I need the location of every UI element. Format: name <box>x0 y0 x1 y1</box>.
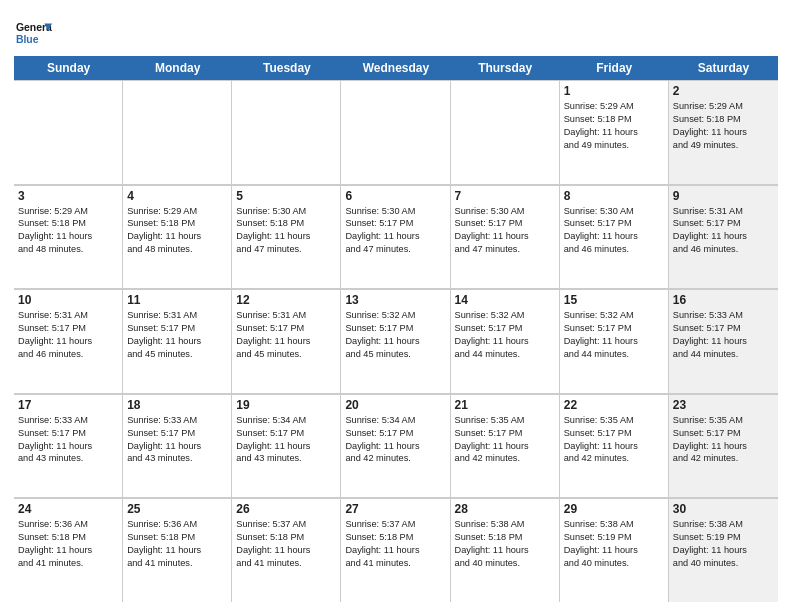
calendar-row-0: 1Sunrise: 5:29 AM Sunset: 5:18 PM Daylig… <box>14 80 778 185</box>
day-number: 1 <box>564 84 664 98</box>
day-info: Sunrise: 5:36 AM Sunset: 5:18 PM Dayligh… <box>18 518 118 570</box>
day-number: 25 <box>127 502 227 516</box>
day-cell-7: 7Sunrise: 5:30 AM Sunset: 5:17 PM Daylig… <box>451 186 560 289</box>
day-cell-29: 29Sunrise: 5:38 AM Sunset: 5:19 PM Dayli… <box>560 499 669 602</box>
day-info: Sunrise: 5:38 AM Sunset: 5:19 PM Dayligh… <box>673 518 774 570</box>
day-cell-13: 13Sunrise: 5:32 AM Sunset: 5:17 PM Dayli… <box>341 290 450 393</box>
day-number: 12 <box>236 293 336 307</box>
day-number: 7 <box>455 189 555 203</box>
day-cell-23: 23Sunrise: 5:35 AM Sunset: 5:17 PM Dayli… <box>669 395 778 498</box>
day-cell-2: 2Sunrise: 5:29 AM Sunset: 5:18 PM Daylig… <box>669 81 778 184</box>
day-info: Sunrise: 5:32 AM Sunset: 5:17 PM Dayligh… <box>564 309 664 361</box>
day-cell-10: 10Sunrise: 5:31 AM Sunset: 5:17 PM Dayli… <box>14 290 123 393</box>
weekday-header-wednesday: Wednesday <box>341 56 450 80</box>
day-number: 10 <box>18 293 118 307</box>
calendar: SundayMondayTuesdayWednesdayThursdayFrid… <box>14 56 778 602</box>
weekday-header-tuesday: Tuesday <box>232 56 341 80</box>
day-number: 8 <box>564 189 664 203</box>
day-info: Sunrise: 5:35 AM Sunset: 5:17 PM Dayligh… <box>564 414 664 466</box>
day-cell-21: 21Sunrise: 5:35 AM Sunset: 5:17 PM Dayli… <box>451 395 560 498</box>
day-cell-28: 28Sunrise: 5:38 AM Sunset: 5:18 PM Dayli… <box>451 499 560 602</box>
day-cell-3: 3Sunrise: 5:29 AM Sunset: 5:18 PM Daylig… <box>14 186 123 289</box>
day-number: 5 <box>236 189 336 203</box>
logo: General Blue <box>14 14 52 52</box>
day-info: Sunrise: 5:29 AM Sunset: 5:18 PM Dayligh… <box>564 100 664 152</box>
day-info: Sunrise: 5:29 AM Sunset: 5:18 PM Dayligh… <box>673 100 774 152</box>
day-info: Sunrise: 5:29 AM Sunset: 5:18 PM Dayligh… <box>127 205 227 257</box>
day-info: Sunrise: 5:32 AM Sunset: 5:17 PM Dayligh… <box>455 309 555 361</box>
day-info: Sunrise: 5:32 AM Sunset: 5:17 PM Dayligh… <box>345 309 445 361</box>
calendar-header: SundayMondayTuesdayWednesdayThursdayFrid… <box>14 56 778 80</box>
day-number: 16 <box>673 293 774 307</box>
day-number: 27 <box>345 502 445 516</box>
day-info: Sunrise: 5:31 AM Sunset: 5:17 PM Dayligh… <box>236 309 336 361</box>
day-info: Sunrise: 5:30 AM Sunset: 5:17 PM Dayligh… <box>455 205 555 257</box>
day-number: 9 <box>673 189 774 203</box>
weekday-header-saturday: Saturday <box>669 56 778 80</box>
day-info: Sunrise: 5:31 AM Sunset: 5:17 PM Dayligh… <box>127 309 227 361</box>
day-info: Sunrise: 5:33 AM Sunset: 5:17 PM Dayligh… <box>18 414 118 466</box>
day-number: 29 <box>564 502 664 516</box>
day-number: 26 <box>236 502 336 516</box>
day-number: 15 <box>564 293 664 307</box>
weekday-header-sunday: Sunday <box>14 56 123 80</box>
day-info: Sunrise: 5:34 AM Sunset: 5:17 PM Dayligh… <box>345 414 445 466</box>
page: General Blue SundayMondayTuesdayWednesda… <box>0 0 792 612</box>
day-cell-27: 27Sunrise: 5:37 AM Sunset: 5:18 PM Dayli… <box>341 499 450 602</box>
day-number: 14 <box>455 293 555 307</box>
day-info: Sunrise: 5:38 AM Sunset: 5:18 PM Dayligh… <box>455 518 555 570</box>
day-info: Sunrise: 5:30 AM Sunset: 5:17 PM Dayligh… <box>564 205 664 257</box>
day-info: Sunrise: 5:34 AM Sunset: 5:17 PM Dayligh… <box>236 414 336 466</box>
day-info: Sunrise: 5:37 AM Sunset: 5:18 PM Dayligh… <box>345 518 445 570</box>
day-cell-15: 15Sunrise: 5:32 AM Sunset: 5:17 PM Dayli… <box>560 290 669 393</box>
empty-cell <box>451 81 560 184</box>
day-cell-5: 5Sunrise: 5:30 AM Sunset: 5:18 PM Daylig… <box>232 186 341 289</box>
day-number: 18 <box>127 398 227 412</box>
day-cell-19: 19Sunrise: 5:34 AM Sunset: 5:17 PM Dayli… <box>232 395 341 498</box>
day-cell-6: 6Sunrise: 5:30 AM Sunset: 5:17 PM Daylig… <box>341 186 450 289</box>
day-number: 19 <box>236 398 336 412</box>
day-number: 23 <box>673 398 774 412</box>
day-cell-4: 4Sunrise: 5:29 AM Sunset: 5:18 PM Daylig… <box>123 186 232 289</box>
day-info: Sunrise: 5:35 AM Sunset: 5:17 PM Dayligh… <box>673 414 774 466</box>
day-number: 17 <box>18 398 118 412</box>
day-number: 4 <box>127 189 227 203</box>
day-cell-26: 26Sunrise: 5:37 AM Sunset: 5:18 PM Dayli… <box>232 499 341 602</box>
day-info: Sunrise: 5:37 AM Sunset: 5:18 PM Dayligh… <box>236 518 336 570</box>
day-info: Sunrise: 5:31 AM Sunset: 5:17 PM Dayligh… <box>673 205 774 257</box>
empty-cell <box>14 81 123 184</box>
day-number: 11 <box>127 293 227 307</box>
day-number: 13 <box>345 293 445 307</box>
day-info: Sunrise: 5:30 AM Sunset: 5:17 PM Dayligh… <box>345 205 445 257</box>
day-number: 28 <box>455 502 555 516</box>
calendar-row-1: 3Sunrise: 5:29 AM Sunset: 5:18 PM Daylig… <box>14 185 778 290</box>
calendar-body: 1Sunrise: 5:29 AM Sunset: 5:18 PM Daylig… <box>14 80 778 602</box>
day-number: 21 <box>455 398 555 412</box>
day-number: 24 <box>18 502 118 516</box>
day-info: Sunrise: 5:36 AM Sunset: 5:18 PM Dayligh… <box>127 518 227 570</box>
day-cell-1: 1Sunrise: 5:29 AM Sunset: 5:18 PM Daylig… <box>560 81 669 184</box>
logo-icon: General Blue <box>14 14 52 52</box>
day-number: 2 <box>673 84 774 98</box>
day-number: 6 <box>345 189 445 203</box>
day-cell-17: 17Sunrise: 5:33 AM Sunset: 5:17 PM Dayli… <box>14 395 123 498</box>
empty-cell <box>123 81 232 184</box>
day-info: Sunrise: 5:38 AM Sunset: 5:19 PM Dayligh… <box>564 518 664 570</box>
day-cell-12: 12Sunrise: 5:31 AM Sunset: 5:17 PM Dayli… <box>232 290 341 393</box>
day-cell-11: 11Sunrise: 5:31 AM Sunset: 5:17 PM Dayli… <box>123 290 232 393</box>
day-info: Sunrise: 5:31 AM Sunset: 5:17 PM Dayligh… <box>18 309 118 361</box>
day-cell-30: 30Sunrise: 5:38 AM Sunset: 5:19 PM Dayli… <box>669 499 778 602</box>
weekday-header-friday: Friday <box>560 56 669 80</box>
calendar-row-4: 24Sunrise: 5:36 AM Sunset: 5:18 PM Dayli… <box>14 498 778 602</box>
day-number: 3 <box>18 189 118 203</box>
day-info: Sunrise: 5:29 AM Sunset: 5:18 PM Dayligh… <box>18 205 118 257</box>
day-info: Sunrise: 5:35 AM Sunset: 5:17 PM Dayligh… <box>455 414 555 466</box>
day-number: 30 <box>673 502 774 516</box>
day-info: Sunrise: 5:33 AM Sunset: 5:17 PM Dayligh… <box>673 309 774 361</box>
empty-cell <box>232 81 341 184</box>
day-number: 22 <box>564 398 664 412</box>
day-cell-16: 16Sunrise: 5:33 AM Sunset: 5:17 PM Dayli… <box>669 290 778 393</box>
weekday-header-thursday: Thursday <box>451 56 560 80</box>
svg-text:Blue: Blue <box>16 34 39 45</box>
day-cell-14: 14Sunrise: 5:32 AM Sunset: 5:17 PM Dayli… <box>451 290 560 393</box>
